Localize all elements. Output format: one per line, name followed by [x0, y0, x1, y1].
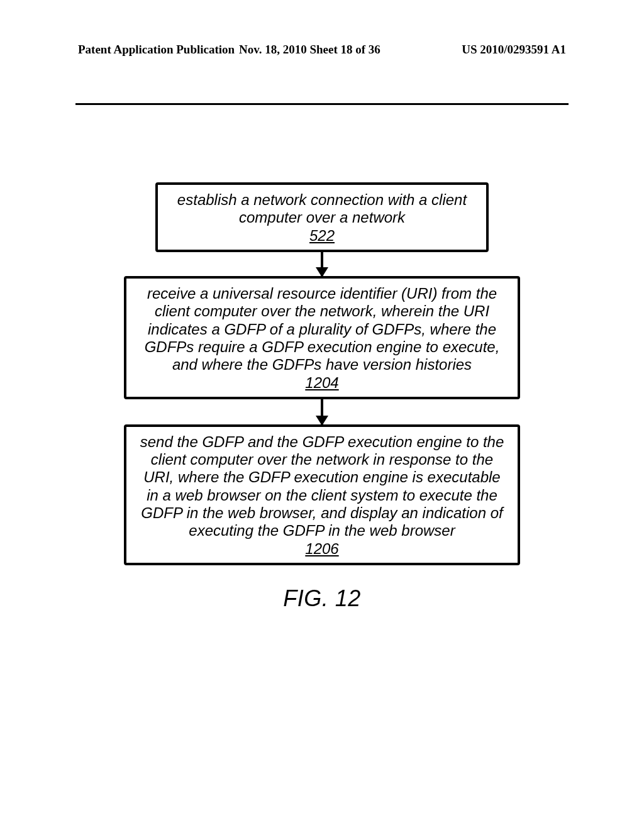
arrow-1: [124, 252, 520, 276]
header-docnumber: US 2010/0293591 A1: [462, 43, 566, 57]
arrow-down-icon: [321, 399, 323, 424]
header-date-sheet: Nov. 18, 2010 Sheet 18 of 36: [239, 43, 380, 57]
flowchart: establish a network connection with a cl…: [124, 182, 520, 612]
header-publication: Patent Application Publication: [78, 43, 235, 57]
patent-page: Patent Application Publication Nov. 18, …: [0, 0, 644, 830]
flow-step-1-ref: 522: [309, 227, 335, 245]
flow-step-3-text: send the GDFP and the GDFP execution eng…: [138, 433, 506, 540]
arrow-down-icon: [321, 252, 323, 276]
arrow-2: [124, 399, 520, 424]
flow-step-2: receive a universal resource identifier …: [124, 276, 520, 399]
flow-step-3: send the GDFP and the GDFP execution eng…: [124, 424, 520, 565]
flow-step-3-ref: 1206: [305, 540, 338, 558]
flow-step-2-ref: 1204: [305, 374, 338, 392]
flow-step-1-text: establish a network connection with a cl…: [169, 191, 475, 227]
page-header: Patent Application Publication Nov. 18, …: [0, 43, 644, 57]
header-rule: [75, 103, 569, 105]
header-row: Patent Application Publication Nov. 18, …: [0, 43, 644, 57]
flow-step-1: establish a network connection with a cl…: [155, 182, 489, 252]
figure-label: FIG. 12: [124, 585, 520, 612]
flow-step-2-text: receive a universal resource identifier …: [138, 285, 506, 374]
